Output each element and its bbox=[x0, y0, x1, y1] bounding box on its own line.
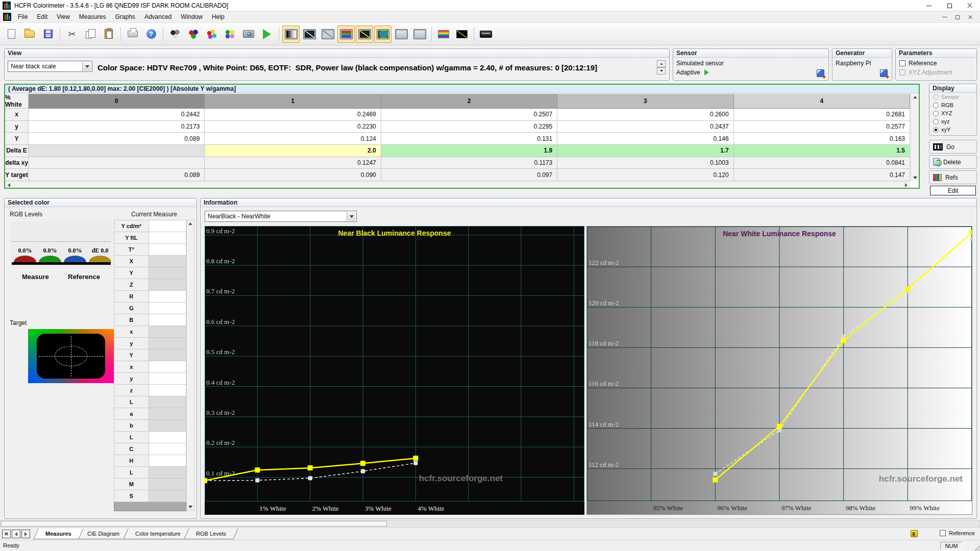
cm-scroll-down-icon[interactable] bbox=[188, 506, 192, 508]
help-button[interactable] bbox=[142, 26, 160, 43]
scrollbar-thumb[interactable] bbox=[1, 521, 387, 527]
scale-selector-dropdown[interactable]: Near black scale bbox=[8, 61, 92, 72]
menu-item-edit[interactable]: Edit bbox=[32, 11, 52, 23]
close-tab-button[interactable]: ✕ bbox=[2, 530, 11, 538]
display-option-xyz[interactable]: xyz bbox=[929, 117, 976, 126]
checkbox-reference[interactable] bbox=[899, 60, 905, 66]
measure-full-colors-button[interactable] bbox=[222, 26, 239, 43]
cm-scroll-up-icon[interactable] bbox=[188, 222, 192, 225]
cm-value-2[interactable] bbox=[149, 244, 186, 256]
grid-column-header-4[interactable]: 4 bbox=[734, 94, 910, 109]
grid-cell-delta-xy-0[interactable] bbox=[29, 157, 205, 169]
view-saturation-graph-button[interactable] bbox=[393, 26, 410, 43]
grid-column-header-0[interactable]: 0 bbox=[29, 94, 205, 109]
scroll-up-icon[interactable] bbox=[913, 96, 917, 98]
grid-cell-y-0[interactable]: 0.2173 bbox=[29, 121, 205, 133]
grid-cell-delta-e-0[interactable] bbox=[29, 145, 205, 157]
cm-value-23[interactable] bbox=[149, 490, 186, 502]
scroll-right-icon[interactable] bbox=[905, 183, 908, 187]
grid-cell-delta-xy-1[interactable]: 0.1247 bbox=[205, 157, 381, 169]
generator-config-icon[interactable] bbox=[880, 69, 888, 77]
dropdown-arrow-icon[interactable] bbox=[82, 62, 91, 71]
cm-value-3[interactable] bbox=[149, 256, 186, 267]
grid-column-header-3[interactable]: 3 bbox=[557, 94, 733, 109]
menu-item-window[interactable]: Window bbox=[176, 11, 207, 23]
grid-column-header-2[interactable]: 2 bbox=[381, 94, 557, 109]
checkbox-row-reference[interactable]: Reference bbox=[899, 60, 937, 67]
cm-value-21[interactable] bbox=[149, 467, 186, 479]
spin-up-button[interactable] bbox=[657, 60, 666, 67]
grid-cell-y-1[interactable]: 0.2230 bbox=[205, 121, 381, 133]
open-file-button[interactable] bbox=[21, 26, 38, 43]
cm-value-9[interactable] bbox=[149, 326, 186, 338]
cm-value-8[interactable] bbox=[149, 314, 186, 326]
menu-item-file[interactable]: File bbox=[13, 11, 32, 23]
view-cie-diagram-button[interactable] bbox=[374, 26, 391, 43]
cm-value-16[interactable] bbox=[149, 408, 186, 420]
tab-rgb-levels[interactable]: RGB Levels bbox=[184, 529, 238, 539]
window-maximize-button[interactable] bbox=[939, 0, 960, 11]
measure-primary-colors-button[interactable] bbox=[185, 26, 202, 43]
new-document-button[interactable] bbox=[3, 26, 20, 43]
view-rgb-levels-graph-button[interactable] bbox=[337, 26, 355, 43]
grid-cell-y-3[interactable]: 0.2437 bbox=[557, 121, 733, 133]
reference-checkbox[interactable] bbox=[940, 530, 946, 536]
grid-cell-y-4[interactable]: 0.2577 bbox=[734, 121, 910, 133]
spin-down-button[interactable] bbox=[657, 67, 666, 74]
cm-value-18[interactable] bbox=[149, 432, 186, 443]
menu-item-measures[interactable]: Measures bbox=[75, 11, 111, 23]
cm-value-17[interactable] bbox=[149, 420, 186, 432]
grid-cell-y-0[interactable]: 0.089 bbox=[29, 133, 205, 145]
menu-item-view[interactable]: View bbox=[52, 11, 75, 23]
cm-value-11[interactable] bbox=[149, 349, 186, 361]
grid-cell-delta-e-3[interactable]: 1.7 bbox=[557, 145, 733, 157]
grid-cell-y-3[interactable]: 0.146 bbox=[557, 133, 733, 145]
cm-value-20[interactable] bbox=[149, 455, 186, 467]
calibration-device-button[interactable] bbox=[477, 26, 495, 43]
window-close-button[interactable] bbox=[960, 0, 980, 11]
view-contrast-graph-button[interactable] bbox=[411, 26, 428, 43]
grid-cell-x-0[interactable]: 0.2442 bbox=[29, 109, 205, 121]
cm-value-22[interactable] bbox=[149, 479, 186, 490]
graph-dropdown-arrow-icon[interactable] bbox=[347, 212, 356, 221]
grid-cell-y-target-1[interactable]: 0.090 bbox=[205, 169, 381, 181]
current-measure-scrollbar[interactable] bbox=[186, 220, 194, 511]
grid-cell-delta-e-2[interactable]: 1.9 bbox=[381, 145, 557, 157]
resize-grip[interactable] bbox=[972, 543, 980, 551]
mdi-minimize-button[interactable] bbox=[939, 13, 950, 21]
menu-item-advanced[interactable]: Advanced bbox=[140, 11, 176, 23]
view-color-temperature-graph-button[interactable] bbox=[319, 26, 336, 43]
cm-value-12[interactable] bbox=[149, 361, 186, 373]
window-minimize-button[interactable] bbox=[919, 0, 939, 11]
display-option-xyz[interactable]: XYZ bbox=[929, 109, 976, 117]
scroll-tabs-right-button[interactable] bbox=[21, 530, 30, 538]
checkbox-xyz-adjustment[interactable] bbox=[899, 69, 905, 76]
cm-value-10[interactable] bbox=[149, 338, 186, 349]
cm-value-0[interactable] bbox=[149, 220, 186, 232]
workspace-horizontal-scrollbar[interactable] bbox=[0, 520, 980, 528]
cm-value-4[interactable] bbox=[149, 267, 186, 279]
grid-cell-y-4[interactable]: 0.163 bbox=[734, 133, 910, 145]
paste-button[interactable] bbox=[100, 26, 117, 43]
tab-color-temperature[interactable]: Color temperature bbox=[123, 529, 192, 539]
capture-image-button[interactable] bbox=[240, 26, 257, 43]
grid-cell-y-2[interactable]: 0.2295 bbox=[381, 121, 557, 133]
grid-cell-y-2[interactable]: 0.131 bbox=[381, 133, 557, 145]
tab-cie-diagram[interactable]: CIE Diagram bbox=[75, 529, 131, 539]
view-measures-grid-button[interactable] bbox=[282, 26, 300, 43]
reference-checkbox-row[interactable]: Reference bbox=[940, 530, 975, 536]
view-spectrum-graph-button[interactable] bbox=[435, 26, 452, 43]
cut-button[interactable] bbox=[63, 26, 81, 43]
grid-cell-delta-xy-2[interactable]: 0.1173 bbox=[381, 157, 557, 169]
cm-value-7[interactable] bbox=[149, 303, 186, 314]
scroll-left-icon[interactable] bbox=[8, 183, 10, 187]
grid-column-header-1[interactable]: 1 bbox=[205, 94, 381, 109]
mdi-restore-button[interactable] bbox=[952, 13, 963, 21]
delete-button[interactable]: Delete bbox=[929, 155, 977, 169]
menu-item-help[interactable]: Help bbox=[207, 11, 229, 23]
display-option-xyy[interactable]: xyY bbox=[929, 126, 976, 134]
mdi-close-button[interactable] bbox=[965, 13, 976, 21]
grid-vertical-scrollbar[interactable] bbox=[911, 94, 919, 181]
cm-value-19[interactable] bbox=[149, 443, 186, 455]
grid-cell-x-2[interactable]: 0.2507 bbox=[381, 109, 557, 121]
